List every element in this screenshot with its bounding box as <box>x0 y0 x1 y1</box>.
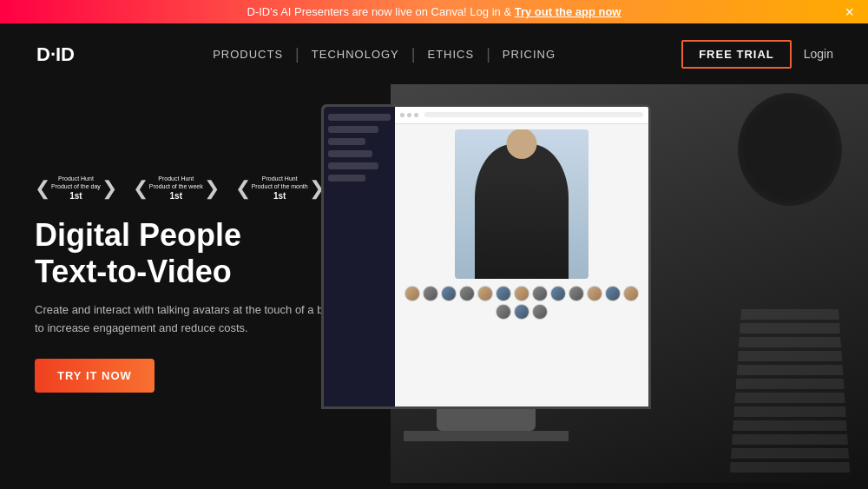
award-badge-day: ❮ Product Hunt Product of the day 1st ❯ <box>35 175 117 202</box>
award-badge-week: ❮ Product Hunt Product of the week 1st ❯ <box>133 175 220 202</box>
logo[interactable]: D·ID <box>35 36 87 71</box>
sidebar-item <box>328 138 365 145</box>
app-toolbar <box>395 107 648 124</box>
nav-products[interactable]: PRODUCTS <box>201 48 295 61</box>
toolbar-dot <box>400 113 404 117</box>
close-banner-button[interactable]: × <box>845 4 854 20</box>
award-text: Product Hunt Product of the day 1st <box>51 175 101 202</box>
avatar-option[interactable] <box>496 286 511 301</box>
avatar-option[interactable] <box>496 304 511 320</box>
avatar-option[interactable] <box>477 286 493 301</box>
avatar-option[interactable] <box>404 286 420 301</box>
avatar-option[interactable] <box>605 286 621 301</box>
free-trial-button[interactable]: FREE TRIAL <box>681 40 792 69</box>
avatar-option[interactable] <box>532 286 548 301</box>
monitor-stand <box>404 431 569 441</box>
monitor-base <box>437 409 536 431</box>
presenter-avatar <box>475 144 569 279</box>
sidebar-item <box>328 150 372 157</box>
presenter-head <box>507 129 537 159</box>
avatar-option[interactable] <box>514 304 529 320</box>
top-banner: D-ID's AI Presenters are now live on Can… <box>0 0 868 23</box>
hero-section: ❮ Product Hunt Product of the day 1st ❯ … <box>0 84 868 483</box>
toolbar-dot <box>414 113 418 117</box>
laurel-left: ❮ <box>235 179 251 198</box>
avatar-option[interactable] <box>459 286 475 301</box>
award-text: Product Hunt Product of the week 1st <box>149 175 203 202</box>
hero-title: Digital People Text-to-Video <box>35 217 356 289</box>
afro-hair-shape <box>738 93 842 206</box>
monitor-display <box>321 104 651 463</box>
app-content <box>395 124 648 406</box>
award-badge-month: ❮ Product Hunt Product of the month 1st … <box>235 175 325 202</box>
hero-description: Create and interact with talking avatars… <box>35 301 356 338</box>
avatar-option[interactable] <box>569 286 584 301</box>
laurel-wrap: ❮ Product Hunt Product of the month 1st … <box>235 175 325 202</box>
app-sidebar <box>324 107 395 406</box>
nav-right: FREE TRIAL Login <box>681 40 833 69</box>
nav-technology[interactable]: TECHNOLOGY <box>299 48 411 61</box>
laurel-right: ❯ <box>204 179 220 198</box>
hero-title-line2: Text-to-Video <box>35 254 232 289</box>
monitor-screen <box>321 104 651 409</box>
banner-text: D-ID's AI Presenters are now live on Can… <box>247 5 512 18</box>
laurel-left: ❮ <box>133 179 148 198</box>
try-now-button[interactable]: TRY IT NOW <box>35 359 155 393</box>
hero-title-line1: Digital People <box>35 217 241 253</box>
login-link[interactable]: Login <box>804 47 833 61</box>
presenter-video-area <box>455 129 589 279</box>
laurel-right: ❯ <box>102 179 117 198</box>
toolbar-bar <box>424 112 643 117</box>
avatar-option[interactable] <box>514 286 529 301</box>
laurel-left: ❮ <box>35 179 50 198</box>
avatar-option[interactable] <box>532 304 548 320</box>
laurel-wrap: ❮ Product Hunt Product of the day 1st ❯ <box>35 175 117 202</box>
toolbar-dot <box>407 113 411 117</box>
avatar-selection-grid <box>400 286 643 320</box>
nav-pricing[interactable]: PRICING <box>490 48 568 61</box>
nav-links: PRODUCTS | TECHNOLOGY | ETHICS | PRICING <box>201 45 568 63</box>
avatar-option[interactable] <box>623 286 639 301</box>
svg-text:D·ID: D·ID <box>36 43 75 65</box>
avatar-option[interactable] <box>587 286 602 301</box>
screen-content-area <box>324 107 648 406</box>
award-text: Product Hunt Product of the month 1st <box>252 175 308 202</box>
banner-link[interactable]: Try out the app now <box>515 5 621 18</box>
avatar-option[interactable] <box>441 286 457 301</box>
sidebar-item <box>328 175 365 182</box>
avatar-option[interactable] <box>550 286 566 301</box>
sidebar-item <box>328 162 378 169</box>
sidebar-item <box>328 114 391 121</box>
app-main-area <box>395 107 648 406</box>
laurel-wrap: ❮ Product Hunt Product of the week 1st ❯ <box>133 175 220 202</box>
shirt-area <box>729 309 851 483</box>
avatar-option[interactable] <box>423 286 438 301</box>
main-nav: D·ID PRODUCTS | TECHNOLOGY | ETHICS | PR… <box>0 23 868 84</box>
sidebar-item <box>328 126 378 133</box>
awards-row: ❮ Product Hunt Product of the day 1st ❯ … <box>35 175 356 202</box>
nav-ethics[interactable]: ETHICS <box>415 48 486 61</box>
